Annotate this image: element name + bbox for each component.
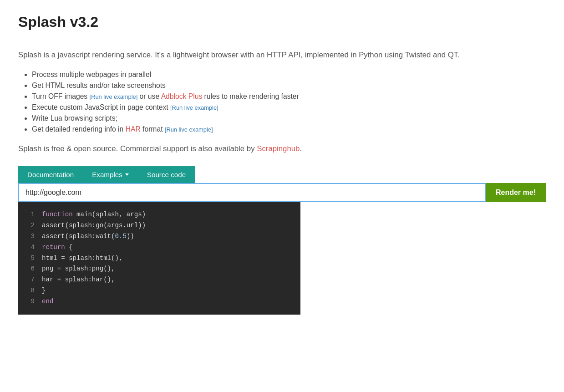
list-item: Process multiple webpages in parallel: [32, 71, 546, 79]
page-title: Splash v3.2: [18, 14, 546, 31]
code-line-3: 3 assert(splash:wait(0.5)): [18, 231, 300, 242]
code-line-8: 8 }: [18, 285, 300, 296]
button-group: Documentation Examples Source code: [18, 166, 546, 183]
features-list: Process multiple webpages in parallel Ge…: [18, 71, 546, 133]
har-link[interactable]: HAR: [126, 125, 141, 133]
code-editor: 1 function main(splash, args) 2 assert(s…: [18, 202, 300, 315]
run-live-example-link-1[interactable]: [Run live example]: [90, 93, 138, 100]
code-line-7: 7 har = splash:har(),: [18, 275, 300, 285]
title-divider: [18, 38, 546, 38]
code-line-2: 2 assert(splash:go(args.url)): [18, 220, 300, 231]
code-line-6: 6 png = splash:png(),: [18, 264, 300, 275]
list-item: Get detailed rendering info in HAR forma…: [32, 125, 546, 133]
run-live-example-link-2[interactable]: [Run live example]: [170, 104, 218, 111]
documentation-button[interactable]: Documentation: [18, 166, 83, 183]
code-line-1: 1 function main(splash, args): [18, 209, 300, 220]
source-code-button[interactable]: Source code: [138, 166, 195, 183]
url-input-row: Render me!: [18, 183, 546, 202]
list-item: Turn OFF images [Run live example] or us…: [32, 92, 546, 101]
list-item: Execute custom JavaScript in page contex…: [32, 103, 546, 112]
list-item: Get HTML results and/or take screenshots: [32, 81, 546, 90]
examples-button[interactable]: Examples: [83, 166, 138, 183]
open-source-text: Splash is free & open source. Commercial…: [18, 144, 546, 153]
list-item: Write Lua browsing scripts;: [32, 114, 546, 122]
render-button[interactable]: Render me!: [486, 183, 546, 202]
code-line-9: 9 end: [18, 296, 300, 307]
url-input[interactable]: [18, 183, 486, 202]
caret-icon: [125, 173, 129, 176]
intro-text: Splash is a javascript rendering service…: [18, 49, 546, 61]
adblock-plus-link[interactable]: Adblock Plus: [161, 92, 203, 100]
code-line-4: 4 return {: [18, 242, 300, 253]
scrapinghub-link[interactable]: Scrapinghub: [257, 144, 300, 153]
code-line-5: 5 html = splash:html(),: [18, 253, 300, 264]
run-live-example-link-3[interactable]: [Run live example]: [165, 126, 213, 133]
